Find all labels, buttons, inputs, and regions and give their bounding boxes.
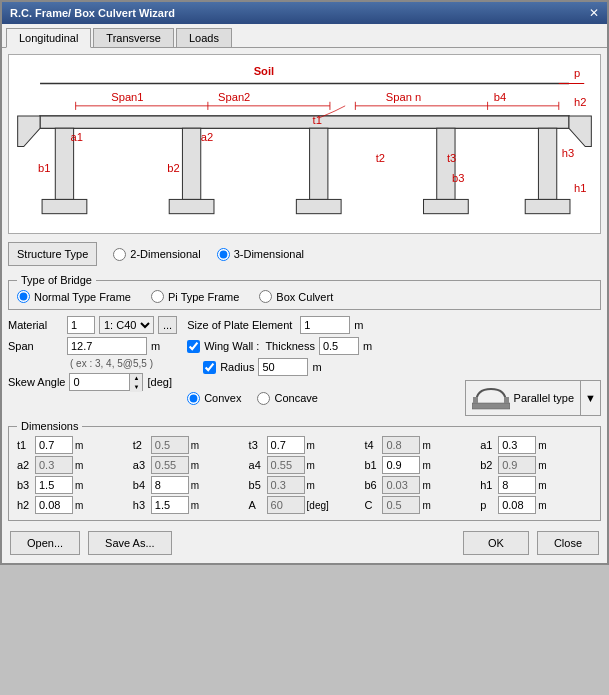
b6-field[interactable]	[382, 476, 420, 494]
structure-diagram: Soil p h2 Span1 Span2 Span n	[8, 54, 601, 234]
svg-rect-26	[42, 199, 87, 213]
thickness-field[interactable]	[319, 337, 359, 355]
window-title: R.C. Frame/ Box Culvert Wizard	[10, 7, 175, 19]
tab-transverse[interactable]: Transverse	[93, 28, 174, 47]
b1-cell: b1 m	[364, 456, 476, 474]
span-field[interactable]	[67, 337, 147, 355]
p-field[interactable]	[498, 496, 536, 514]
ok-button[interactable]: OK	[463, 531, 529, 555]
skew-down-button[interactable]: ▼	[130, 383, 142, 392]
b4-unit: m	[191, 480, 205, 491]
a3-field[interactable]	[151, 456, 189, 474]
skew-spinner: ▲ ▼	[129, 373, 143, 391]
parallel-type-button[interactable]: Parallel type	[465, 380, 582, 416]
svg-text:t1: t1	[313, 114, 322, 126]
plate-label: Size of Plate Element	[187, 319, 292, 331]
radius-unit: m	[312, 361, 321, 373]
C-field[interactable]	[382, 496, 420, 514]
skew-field[interactable]	[69, 373, 129, 391]
A-field[interactable]	[267, 496, 305, 514]
a1-field[interactable]	[498, 436, 536, 454]
plate-field[interactable]	[300, 316, 350, 334]
t3-cell: t3 m	[249, 436, 361, 454]
t3-field[interactable]	[267, 436, 305, 454]
radius-row: Radius m	[203, 358, 601, 376]
structure-type-button[interactable]: Structure Type	[8, 242, 97, 266]
svg-marker-21	[18, 116, 40, 147]
t2-field[interactable]	[151, 436, 189, 454]
skew-up-button[interactable]: ▲	[130, 374, 142, 383]
h3-label: h3	[133, 499, 149, 511]
b4-field[interactable]	[151, 476, 189, 494]
material-browse-button[interactable]: ...	[158, 316, 177, 334]
a2-cell: a2 m	[17, 456, 129, 474]
box-culvert-radio[interactable]	[259, 290, 272, 303]
b5-field[interactable]	[267, 476, 305, 494]
svg-rect-33	[538, 128, 556, 199]
skew-row: Skew Angle ▲ ▼ [deg]	[8, 373, 177, 391]
thickness-unit: m	[363, 340, 372, 352]
parallel-dropdown-button[interactable]: ▼	[581, 380, 601, 416]
wing-wall-checkbox[interactable]	[187, 340, 200, 353]
material-row: Material 1: C40 ...	[8, 316, 177, 334]
normal-frame-label: Normal Type Frame	[34, 291, 131, 303]
h3-unit: m	[191, 500, 205, 511]
b3-field[interactable]	[35, 476, 73, 494]
concave-radio[interactable]	[257, 392, 270, 405]
tab-loads[interactable]: Loads	[176, 28, 232, 47]
svg-text:h2: h2	[574, 96, 586, 108]
convex-parallel-row: Convex Concave	[187, 380, 601, 416]
C-unit: m	[422, 500, 436, 511]
3d-label: 3-Dimensional	[234, 248, 304, 260]
b3-cell: b3 m	[17, 476, 129, 494]
a3-cell: a3 m	[133, 456, 245, 474]
h2-label: h2	[17, 499, 33, 511]
b5-label: b5	[249, 479, 265, 491]
convex-radio[interactable]	[187, 392, 200, 405]
tab-longitudinal[interactable]: Longitudinal	[6, 28, 91, 48]
b5-unit: m	[307, 480, 321, 491]
convex-radio-group: Convex Concave	[187, 392, 318, 405]
t1-field[interactable]	[35, 436, 73, 454]
right-inputs: Size of Plate Element m Wing Wall : Thic…	[187, 316, 601, 416]
b1-field[interactable]	[382, 456, 420, 474]
3d-radio[interactable]	[217, 248, 230, 261]
t4-field[interactable]	[382, 436, 420, 454]
p-cell: p m	[480, 496, 592, 514]
a2-field[interactable]	[35, 456, 73, 474]
h1-label: h1	[480, 479, 496, 491]
structure-type-row: Structure Type 2-Dimensional 3-Dimension…	[8, 240, 601, 268]
b2-field[interactable]	[498, 456, 536, 474]
h1-field[interactable]	[498, 476, 536, 494]
bottom-buttons: Open... Save As... OK Close	[8, 527, 601, 557]
h3-field[interactable]	[151, 496, 189, 514]
skew-unit: [deg]	[147, 376, 171, 388]
radius-checkbox[interactable]	[203, 361, 216, 374]
a4-field[interactable]	[267, 456, 305, 474]
b1-unit: m	[422, 460, 436, 471]
thickness-label: Thickness	[265, 340, 315, 352]
b5-cell: b5 m	[249, 476, 361, 494]
close-button[interactable]: Close	[537, 531, 599, 555]
close-icon[interactable]: ✕	[589, 6, 599, 20]
2d-radio[interactable]	[113, 248, 126, 261]
material-combo[interactable]: 1: C40	[99, 316, 154, 334]
normal-frame-radio[interactable]	[17, 290, 30, 303]
inputs-section: Material 1: C40 ... Span m ( ex : 3, 4, …	[8, 316, 601, 416]
dimensions-grid: t1 m t2 m t3 m t4 m	[17, 436, 592, 514]
radius-field[interactable]	[258, 358, 308, 376]
h2-field[interactable]	[35, 496, 73, 514]
pi-frame-radio[interactable]	[151, 290, 164, 303]
span-hint: ( ex : 3, 4, 5@5,5 )	[70, 358, 177, 369]
svg-text:a2: a2	[201, 131, 213, 143]
svg-rect-45	[472, 403, 510, 409]
svg-rect-34	[525, 199, 570, 213]
svg-text:h3: h3	[562, 147, 574, 159]
t4-cell: t4 m	[364, 436, 476, 454]
b3-unit: m	[75, 480, 89, 491]
save-as-button[interactable]: Save As...	[88, 531, 172, 555]
open-button[interactable]: Open...	[10, 531, 80, 555]
pi-frame-label: Pi Type Frame	[168, 291, 239, 303]
material-id-field[interactable]	[67, 316, 95, 334]
span-unit: m	[151, 340, 160, 352]
